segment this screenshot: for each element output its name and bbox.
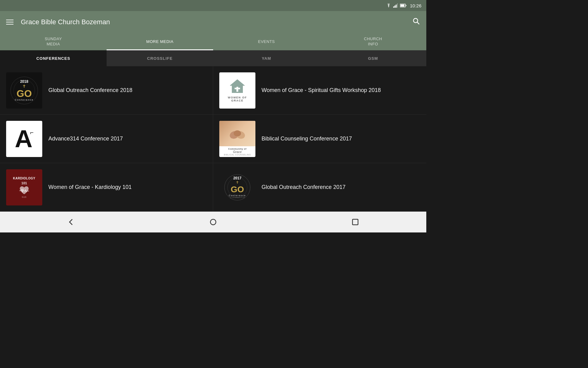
svg-rect-1 <box>394 6 395 8</box>
item-thumbnail: KARDIOLOGY 101 B&B <box>6 169 42 205</box>
item-thumbnail: A ⌐ <box>6 121 42 157</box>
svg-rect-6 <box>401 5 405 7</box>
item-title: Biblical Counseling Conference 2017 <box>262 135 352 142</box>
menu-icon[interactable] <box>6 20 13 25</box>
item-title: Women of Grace - Kardiology 101 <box>48 183 132 191</box>
content-grid: 2018 ✝ G O Conference Global Outreach Co… <box>0 66 426 212</box>
item-title: Advance314 Conference 2017 <box>48 135 123 142</box>
nav-tabs: SUNDAY MEDIA MORE MEDIA EVENTS CHURCH IN… <box>0 33 426 50</box>
search-icon[interactable] <box>412 17 420 27</box>
tab-more-media[interactable]: MORE MEDIA <box>107 33 213 50</box>
subtab-gsm[interactable]: GSM <box>320 50 426 66</box>
svg-rect-3 <box>397 3 398 8</box>
home-button[interactable] <box>204 215 222 229</box>
svg-point-15 <box>234 130 241 136</box>
svg-rect-2 <box>396 5 397 8</box>
svg-point-16 <box>210 219 216 225</box>
svg-point-7 <box>413 18 418 23</box>
list-item[interactable]: 2017 ✝ G O Conference 2 Corinthians 5:14… <box>213 163 426 212</box>
tab-sunday-media[interactable]: SUNDAY MEDIA <box>0 33 107 50</box>
status-bar: 10:26 <box>0 0 426 11</box>
item-thumbnail: WOMEN OF GRACE <box>219 72 255 109</box>
recents-button[interactable] <box>346 215 364 229</box>
sub-tabs: CONFERENCES CROSSLIFE YAM GSM <box>0 50 426 66</box>
wifi-icon <box>386 3 391 8</box>
list-item[interactable]: Community of Grace BIBLICAL COUNSELING B… <box>213 115 426 163</box>
subtab-conferences[interactable]: CONFERENCES <box>0 50 107 66</box>
status-time: 10:26 <box>410 3 421 8</box>
item-thumbnail: 2017 ✝ G O Conference 2 Corinthians 5:14 <box>219 169 255 205</box>
signal-icon <box>393 3 398 8</box>
top-bar: Grace Bible Church Bozeman <box>0 11 426 33</box>
status-icons: 10:26 <box>386 3 421 8</box>
subtab-yam[interactable]: YAM <box>213 50 320 66</box>
hands-icon <box>228 127 247 140</box>
battery-icon <box>400 4 407 7</box>
heart-icon <box>19 186 29 195</box>
item-thumbnail: Community of Grace BIBLICAL COUNSELING <box>219 121 255 157</box>
svg-rect-5 <box>406 5 406 6</box>
list-item[interactable]: A ⌐ Advance314 Conference 2017 <box>0 115 213 163</box>
svg-marker-9 <box>230 79 245 86</box>
list-item[interactable]: 2018 ✝ G O Conference Global Outreach Co… <box>0 66 213 115</box>
svg-rect-17 <box>352 219 358 225</box>
item-thumbnail: 2018 ✝ G O Conference <box>6 72 42 109</box>
item-title: Global Outreach Conference 2017 <box>262 183 345 191</box>
tab-events[interactable]: EVENTS <box>213 33 320 50</box>
bottom-nav <box>0 212 426 232</box>
svg-line-8 <box>417 22 420 25</box>
item-title: Global Outreach Conference 2018 <box>48 86 132 94</box>
list-item[interactable]: KARDIOLOGY 101 B&B Women of Grace - Kard… <box>0 163 213 212</box>
church-house-icon <box>229 79 245 94</box>
subtab-crosslife[interactable]: CROSSLIFE <box>107 50 213 66</box>
svg-rect-12 <box>235 88 240 89</box>
app-title: Grace Bible Church Bozeman <box>21 18 405 26</box>
svg-rect-0 <box>393 6 394 8</box>
item-title: Women of Grace - Spiritual Gifts Worksho… <box>262 86 381 94</box>
back-button[interactable] <box>62 215 80 229</box>
list-item[interactable]: WOMEN OF GRACE Women of Grace - Spiritua… <box>213 66 426 115</box>
tab-church-info[interactable]: CHURCH INFO <box>320 33 426 50</box>
